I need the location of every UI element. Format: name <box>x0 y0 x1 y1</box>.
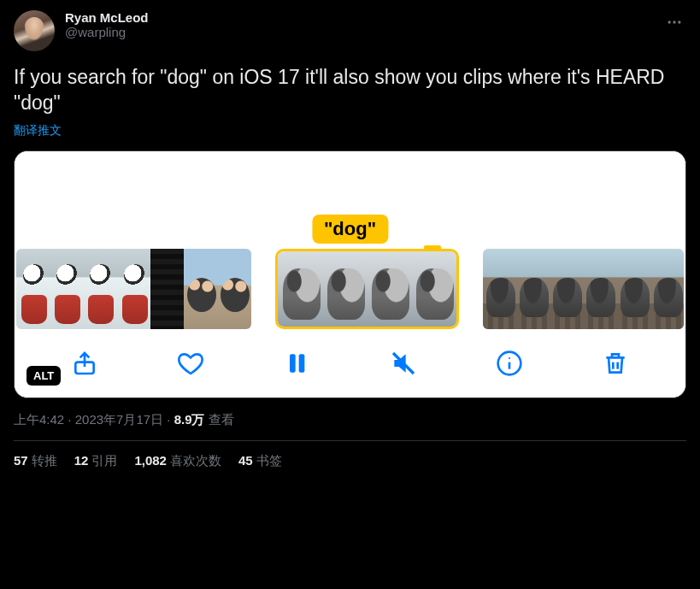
avatar[interactable] <box>14 10 55 51</box>
svg-point-8 <box>509 357 510 359</box>
views-label: 查看 <box>209 412 234 427</box>
timeline-frame <box>184 249 217 329</box>
stat-quotes[interactable]: 12引用 <box>74 453 118 469</box>
user-block: Ryan McLeod @warpling <box>65 10 652 39</box>
timeline-frame <box>16 249 50 329</box>
media-toolbar <box>15 329 685 398</box>
timeline-frame <box>483 249 516 329</box>
pause-button[interactable] <box>282 349 311 378</box>
stat-bookmarks[interactable]: 45书签 <box>238 453 282 469</box>
timeline-frame <box>83 249 116 329</box>
share-icon <box>71 350 98 377</box>
more-button[interactable] <box>662 10 686 38</box>
svg-rect-5 <box>299 354 305 372</box>
stat-retweets[interactable]: 57转推 <box>14 453 57 469</box>
stat-likes[interactable]: 1,082喜欢次数 <box>134 453 221 469</box>
heart-icon <box>177 350 204 377</box>
timeline-frame <box>617 249 650 329</box>
timeline-frame <box>411 251 456 329</box>
tweet-time[interactable]: 上午4:42 <box>14 412 64 427</box>
timeline-frame <box>583 249 616 329</box>
more-icon <box>666 14 683 31</box>
svg-rect-4 <box>290 354 296 372</box>
timeline-frame <box>322 251 367 329</box>
speaker-muted-icon <box>390 350 417 377</box>
info-icon <box>496 350 523 377</box>
like-button[interactable] <box>176 349 205 378</box>
pause-icon <box>283 350 310 377</box>
views-count: 8.9万 <box>174 412 205 427</box>
mute-button[interactable] <box>389 349 418 378</box>
svg-point-1 <box>673 21 675 23</box>
clip-group-3[interactable] <box>483 249 684 329</box>
timeline-frame <box>217 249 250 329</box>
svg-point-0 <box>668 21 671 23</box>
clip-group-1[interactable] <box>16 249 251 329</box>
timeline-frame <box>50 249 83 329</box>
search-highlight-tag: "dog" <box>312 215 388 244</box>
timeline-frame <box>150 249 184 329</box>
delete-button[interactable] <box>601 349 630 378</box>
translate-link[interactable]: 翻译推文 <box>14 123 686 138</box>
video-timeline[interactable] <box>15 249 685 329</box>
author-name[interactable]: Ryan McLeod <box>65 10 652 25</box>
share-button[interactable] <box>70 349 99 378</box>
timeline-frame <box>278 251 322 329</box>
alt-badge[interactable]: ALT <box>26 366 61 386</box>
tweet-header: Ryan McLeod @warpling <box>14 10 686 51</box>
timeline-frame <box>550 249 583 329</box>
tweet-date[interactable]: 2023年7月17日 <box>75 412 163 427</box>
timeline-frame <box>117 249 150 329</box>
author-handle[interactable]: @warpling <box>65 25 652 39</box>
tweet-text: If you search for "dog" on iOS 17 it'll … <box>14 65 686 116</box>
info-button[interactable] <box>495 349 524 378</box>
tweet-stats: 57转推 12引用 1,082喜欢次数 45书签 <box>14 441 686 473</box>
svg-point-2 <box>678 21 680 23</box>
timeline-frame <box>516 249 550 329</box>
media-card[interactable]: "dog" <box>14 150 686 398</box>
media-whitespace: "dog" <box>15 151 685 249</box>
clip-group-active[interactable] <box>275 249 459 329</box>
trash-icon <box>602 350 629 377</box>
timeline-frame <box>367 251 411 329</box>
timeline-frame <box>650 249 684 329</box>
tweet-container: Ryan McLeod @warpling If you search for … <box>0 0 700 483</box>
tweet-meta: 上午4:42 · 2023年7月17日 · 8.9万 查看 <box>14 412 686 428</box>
